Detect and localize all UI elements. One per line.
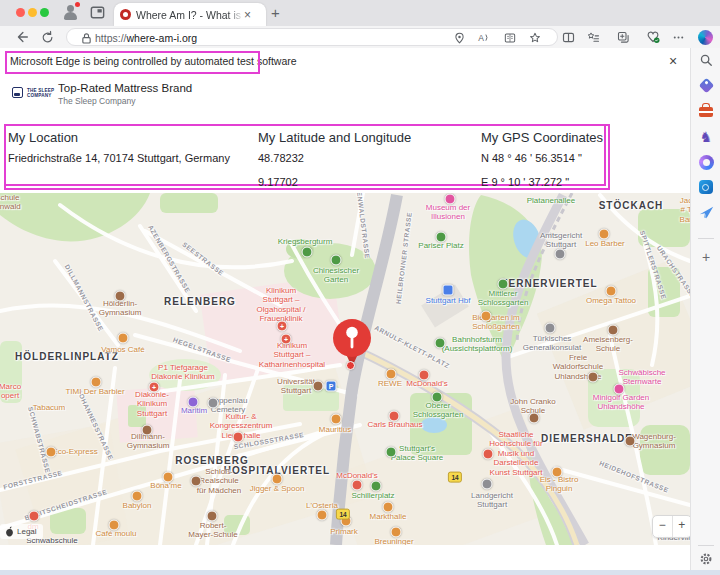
avatar-icon	[67, 5, 74, 12]
map-poi-label: Ameisenberg- Schule	[583, 335, 633, 354]
profile-avatar[interactable]	[63, 4, 78, 20]
reload-button[interactable]	[38, 28, 56, 46]
map-marker-icon	[272, 474, 283, 485]
settings-more-button[interactable]	[669, 28, 687, 46]
map-poi-label: Marco opert	[0, 382, 21, 401]
sidebar-m365-button[interactable]	[698, 154, 714, 170]
map-poi-label: Minigolf Garden Uhlandshöhe	[593, 393, 649, 412]
map-district-label: RELENBERG	[164, 296, 236, 308]
sidebar-drop-button[interactable]	[698, 204, 714, 220]
advertiser-logo: THE SLEEP COMPANY	[12, 86, 56, 100]
map-marker-icon	[91, 377, 102, 388]
map-poi-label: Klinikum Stuttgart – Olgahospital / Frau…	[257, 286, 306, 324]
back-button[interactable]	[13, 28, 31, 46]
map-street-label: SEESTRASSE	[181, 240, 225, 277]
site-security-button[interactable]	[77, 29, 95, 47]
map-district-label: STÖCKACH	[599, 200, 664, 212]
legal-link[interactable]: Legal	[17, 527, 37, 536]
latlon-header: My Latitude and Longitude	[258, 130, 411, 145]
reading-mode-button[interactable]	[501, 29, 519, 47]
browser-tab[interactable]: Where Am I? - What is My Loca ×	[114, 3, 266, 26]
sidebar-customize-button[interactable]: +	[698, 249, 714, 265]
copilot-icon	[698, 30, 713, 45]
map-canvas[interactable]: RELENBERGHÖLDERLINPLATZSTÖCKACHKERNERVIE…	[0, 193, 690, 545]
close-window-button[interactable]	[16, 8, 25, 17]
map-marker-icon	[482, 479, 493, 490]
lock-icon	[80, 32, 93, 45]
map-marker-icon	[386, 369, 397, 380]
map-street-label: HEGELSTRASSE	[172, 336, 232, 364]
browser-essentials-button[interactable]	[644, 28, 662, 46]
map-poi-label: Babylon	[123, 501, 152, 510]
add-favorite-button[interactable]	[526, 29, 544, 47]
edge-sidebar: ♞ +	[690, 48, 720, 570]
map-marker-icon	[109, 520, 120, 531]
split-screen-button[interactable]	[559, 28, 577, 46]
map-marker-icon	[588, 372, 599, 383]
map-street-label: SPITTLERSTRASSE	[638, 230, 668, 301]
map-street-label: BIRKENWALDSTRASSE	[353, 193, 371, 259]
map-marker-icon	[371, 481, 382, 492]
url-text: https://where-am-i.org	[95, 32, 197, 44]
read-aloud-button[interactable]: A	[474, 29, 492, 47]
map-poi-label: Wagenburg- Gymnasium	[632, 432, 676, 451]
map-street-label: URACHSTRASSE	[655, 244, 690, 299]
zoom-out-button[interactable]: −	[653, 516, 673, 537]
map-marker-icon	[435, 338, 446, 349]
zoom-window-button[interactable]	[40, 8, 49, 17]
map-district-label: KERNERVIERTEL	[500, 278, 597, 290]
map-poi-label: Mauritius	[319, 425, 351, 434]
advertiser-logo-text: THE SLEEP COMPANY	[27, 88, 54, 99]
automation-infobar: Microsoft Edge is being controlled by au…	[0, 48, 690, 77]
location-value: Friedrichstraße 14, 70174 Stuttgart, Ger…	[8, 152, 230, 164]
sidebar-tools-button[interactable]	[698, 102, 714, 118]
map-marker-icon	[552, 467, 563, 478]
reload-icon	[40, 30, 55, 45]
location-panel: My Location Friedrichstraße 14, 70174 St…	[4, 124, 606, 186]
tab-preview-button[interactable]	[89, 4, 106, 21]
sidebar-search-button[interactable]	[698, 52, 714, 68]
sidebar-games-button[interactable]: ♞	[698, 129, 714, 145]
infobar-message: Microsoft Edge is being controlled by au…	[10, 55, 297, 67]
map-street-label: DILLMANNSTRASSE	[63, 263, 105, 332]
tab-groups-button[interactable]	[614, 28, 632, 46]
sidebar-outlook-button[interactable]	[698, 179, 714, 195]
map-attribution: Legal	[0, 524, 43, 539]
map-marker-icon	[132, 491, 143, 502]
infobar-close-button[interactable]: ×	[669, 53, 677, 69]
copilot-button[interactable]	[696, 28, 714, 46]
map-street-label: HEILBRONNER STRASSE	[394, 212, 413, 305]
map-marker-icon	[386, 447, 397, 458]
notification-dot	[75, 2, 80, 7]
address-bar[interactable]: https://where-am-i.org A	[66, 28, 558, 46]
map-district-label: HÖLDERLINPLATZ	[15, 351, 119, 363]
new-tab-button[interactable]: +	[271, 4, 280, 21]
map-marker-icon	[331, 255, 342, 266]
ad-advertiser-name: The Sleep Company	[58, 96, 136, 106]
apple-logo-icon	[5, 526, 14, 537]
back-icon	[14, 29, 30, 45]
collections-button[interactable]	[584, 28, 602, 46]
ad-headline-link[interactable]: Top-Rated Mattress Brand	[58, 82, 192, 94]
add-sidebar-item-icon: +	[702, 250, 710, 264]
map-poi-label: schule enwald	[0, 193, 21, 211]
tab-close-button[interactable]: ×	[244, 9, 251, 21]
gps-header: My GPS Coordinates	[481, 130, 603, 145]
location-header: My Location	[8, 130, 78, 145]
sidebar-settings-button[interactable]	[698, 551, 714, 567]
geolocation-permission-button[interactable]	[450, 29, 468, 47]
sidebar-shopping-button[interactable]	[698, 77, 714, 93]
map-marker-icon	[233, 432, 244, 443]
map-street-label: AZENBERGSTRASSE	[146, 224, 191, 295]
favorite-star-icon	[528, 31, 542, 45]
zoom-in-button[interactable]: +	[673, 516, 691, 537]
minimize-window-button[interactable]	[28, 8, 37, 17]
map-poi-label: Kriegsbergturm	[278, 237, 333, 246]
map-poi-label: Amtsgericht Stuttgart	[540, 231, 582, 250]
map-marker-icon	[29, 511, 40, 522]
latitude-value: 48.78232	[258, 152, 304, 164]
map-zoom-control: − +	[652, 515, 690, 538]
map-poi-label: Robert- Mayer-Schule	[188, 521, 237, 540]
map-poi-label: Markthalle	[370, 512, 407, 521]
games-icon: ♞	[700, 130, 713, 144]
